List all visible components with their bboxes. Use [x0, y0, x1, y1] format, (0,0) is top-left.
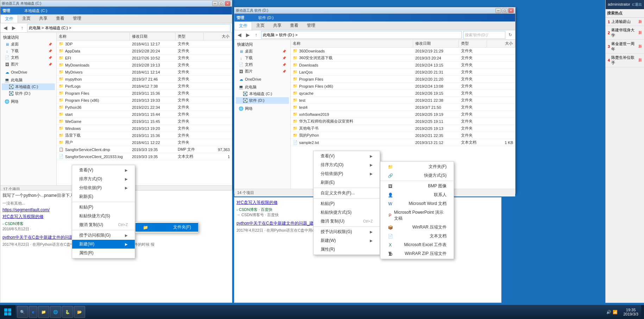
sidebar-item-onedrive-c[interactable]: ☁ OneDrive [2, 69, 55, 75]
sidebar-item-network-c[interactable]: 🌐 网络 [2, 98, 55, 105]
table-row[interactable]: 📁 PerfLogs 2018/4/12 7:38 文件夹 [57, 83, 232, 90]
minimize-btn-d[interactable]: ─ [495, 8, 501, 13]
ctx-new-1[interactable]: 新建(W)▶ [72, 240, 135, 249]
ctx-properties-1[interactable]: 属性(R) [72, 249, 135, 257]
ctx-paste-1[interactable]: 粘贴(P) [72, 203, 135, 212]
sidebar-item-download-d[interactable]: ↓ 下载 📌 [236, 55, 289, 61]
table-row[interactable]: 📁 WeGame 2019/3/11 15:45 文件夹 [57, 118, 232, 125]
taskbar-explorer[interactable]: 📁 [38, 306, 49, 318]
sidebar-item-pictures-d[interactable]: 🖼 图片 📌 [236, 68, 289, 75]
sidebar-item-docs-c[interactable]: 📄 文档 📌 [2, 54, 55, 61]
tab-view-c[interactable]: 查看 [52, 14, 69, 23]
back-btn-d[interactable]: ◀ [236, 31, 243, 38]
table-row[interactable]: 📁 Downloads 2019/2/24 13:15 文件夹 [291, 62, 515, 69]
address-path-c[interactable]: 此电脑 > 本地磁盘 (C:) > [27, 24, 231, 32]
table-row[interactable]: 📁 Windows 2019/3/13 19:20 文件夹 [57, 125, 232, 132]
maximize-btn-d[interactable]: □ [502, 8, 507, 13]
sidebar-item-thispc-c[interactable]: 💻 此电脑 [2, 77, 55, 83]
hotspot-item[interactable]: 1 上港输蔚山 新 [606, 18, 644, 26]
ctx-new-ppt-2[interactable]: PMicrosoft PowerPoint 演示文稿 [380, 208, 454, 223]
up-btn-c[interactable]: ↑ [19, 24, 26, 31]
hotspot-item[interactable]: 2 蒋建华现身大学 新 [606, 26, 644, 40]
col-type-d[interactable]: 类型 [459, 40, 487, 47]
table-row[interactable]: 📁 迅雷下载 2019/3/11 15:36 文件夹 [57, 132, 232, 139]
tab-share-c[interactable]: 共享 [35, 14, 52, 23]
col-name-d[interactable]: 名称 [291, 40, 413, 47]
logout-link[interactable]: c:退出 [632, 2, 642, 7]
ctx-new-bmp-2[interactable]: 🖼BMP 图像 [380, 182, 454, 190]
table-row[interactable]: 📁 MyDownloads 2019/2/28 19:13 文件夹 [57, 62, 232, 69]
tab-home-c[interactable]: 主页 [18, 14, 35, 23]
tab-file-c[interactable]: 文件 [0, 14, 18, 23]
sidebar-item-desktop-d[interactable]: 🖥 桌面 📌 [236, 48, 289, 55]
ctx-view-1[interactable]: 查看(V)▶ [72, 166, 135, 175]
col-date-d[interactable]: 修改日期 [413, 40, 459, 47]
tab-share-d[interactable]: 共享 [269, 21, 286, 30]
up-btn-d[interactable]: ↑ [253, 31, 260, 38]
ctx-new-2[interactable]: 新建(W)▶ [314, 236, 380, 245]
close-btn-d[interactable]: ✕ [508, 8, 514, 13]
table-row[interactable]: 📁 xxhSoftware2019 2019/2/25 19:19 文件夹 [291, 111, 515, 118]
table-row[interactable]: 📄 SangforServiceClient_201933.log 2019/3… [57, 153, 232, 160]
table-row[interactable]: 📁 Program Files 2019/2/20 21:20 文件夹 [291, 76, 515, 83]
table-row[interactable]: 📄 sample2.txt 2019/3/13 21:12 文本文档 1 KB [291, 139, 515, 146]
start-btn[interactable] [0, 305, 15, 319]
table-row[interactable]: 📁 LanQos 2019/2/20 21:31 文件夹 [291, 69, 515, 76]
taskbar-ie[interactable]: e [29, 306, 37, 318]
table-row[interactable]: 📁 qycache 2019/2/26 19:15 文件夹 [291, 90, 515, 97]
col-date-c[interactable]: 修改日期 [130, 33, 176, 40]
forward-btn-d[interactable]: ▶ [244, 31, 251, 38]
table-row[interactable]: 📁 Program Files (x86) 2019/3/13 19:33 文件… [57, 97, 232, 104]
sidebar-item-pictures-c[interactable]: 🖼 图片 📌 [2, 61, 55, 68]
ctx-new-rar-2[interactable]: 📦WinRAR 压缩文件 [380, 223, 454, 232]
ctx-group-1[interactable]: 分组依据(P)▶ [72, 183, 135, 192]
table-row[interactable]: 📁 Program Files (x86) 2019/2/24 13:08 文件… [291, 83, 515, 90]
table-row[interactable]: 📁 其他电子书 2019/2/25 19:13 文件夹 [291, 125, 515, 132]
sidebar-item-ddrive-d[interactable]: 💽 软件 (D:) [236, 97, 289, 104]
ctx-paste-shortcut-2[interactable]: 粘贴快捷方式(S) [314, 208, 380, 217]
ctx-new-word-2[interactable]: WMicrosoft Word 文档 [380, 199, 454, 208]
col-name-c[interactable]: 名称 [57, 33, 130, 40]
ctx-access-1[interactable]: 授予访问权限(G)▶ [72, 231, 135, 240]
ctx-undo-1[interactable]: 撤消 复制(U)Ctrl+Z [72, 220, 135, 229]
minimize-btn[interactable]: ─ [212, 1, 218, 6]
close-btn[interactable]: ✕ [225, 1, 231, 6]
ctx-paste-shortcut-1[interactable]: 粘贴快捷方式(S) [72, 212, 135, 220]
ctx-new-excel-2[interactable]: XMicrosoft Excel 工作表 [380, 240, 454, 249]
back-btn-c[interactable]: ◀ [2, 24, 9, 31]
sidebar-item-cdrive-d[interactable]: 💽 本地磁盘 (C:) [236, 90, 289, 97]
ctx-view-2[interactable]: 查看(V)▶ [314, 152, 380, 161]
table-row[interactable]: 📁 Python36 2019/2/21 22:34 文件夹 [57, 104, 232, 111]
ctx-custom-2[interactable]: 自定义文件夹(F)... [314, 189, 380, 198]
taskbar-chrome[interactable]: 🌐 [50, 306, 61, 318]
ctx-new-contact-2[interactable]: 👤联系人 [380, 190, 454, 199]
table-row[interactable]: 📁 test4 2019/3/7 21:50 文件夹 [291, 104, 515, 111]
taskbar-search[interactable]: 🔍 [17, 306, 28, 318]
ctx-paste-2[interactable]: 粘贴(P) [314, 199, 380, 208]
sidebar-item-ddrive-c[interactable]: 💽 软件 (D:) [2, 90, 55, 97]
table-row[interactable]: 📁 test 2019/2/21 22:38 文件夹 [291, 97, 515, 104]
ctx-new-folder-2[interactable]: 📁文件夹(F) [380, 162, 454, 171]
ctx-refresh-2[interactable]: 刷新(E) [314, 178, 380, 187]
table-row[interactable]: 📁 mypython 2019/3/7 21:46 文件夹 [57, 76, 232, 83]
search-box-d[interactable]: 搜索'软件(D:)' [463, 31, 505, 39]
table-row[interactable]: 📁 start 2019/3/11 15:44 文件夹 [57, 111, 232, 118]
ctx-properties-2[interactable]: 属性(R) [314, 245, 380, 254]
table-row[interactable]: 📁 我的Python 2019/2/21 22:35 文件夹 [291, 132, 515, 139]
sidebar-item-download-c[interactable]: ↓ 下载 📌 [2, 48, 55, 54]
ctx-undo-2[interactable]: 撤消 复制(U)Ctrl+Z [314, 217, 380, 226]
table-row[interactable]: 📁 MyDrivers 2018/4/11 12:14 文件夹 [57, 69, 232, 76]
sidebar-item-onedrive-d[interactable]: ☁ OneDrive [236, 76, 289, 82]
tab-manage-d[interactable]: 管理 [303, 21, 320, 30]
table-row[interactable]: 📁 AppData 2019/2/28 20:24 文件夹 [57, 48, 232, 55]
taskbar-python[interactable]: 🐍 [62, 306, 73, 318]
col-size-d[interactable]: 大小 [487, 40, 515, 47]
table-row[interactable]: 📁 360安全浏览器下载 2019/3/3 20:24 文件夹 [291, 55, 515, 62]
ctx-access-2[interactable]: 授予访问权限(G)▶ [314, 227, 380, 236]
tab-manage-c[interactable]: 管理 [69, 14, 86, 23]
ctx-sort-1[interactable]: 排序方式(O)▶ [72, 175, 135, 183]
ctx-new-folder-1[interactable]: 📁文件夹(F) [135, 223, 198, 232]
table-row[interactable]: 📁 Program Files 2019/3/11 15:36 文件夹 [57, 90, 232, 97]
table-row[interactable]: 📋 SangforServiceClient.dmp 2019/3/3 19:3… [57, 146, 232, 153]
ctx-sort-2[interactable]: 排序方式(O)▶ [314, 161, 380, 169]
